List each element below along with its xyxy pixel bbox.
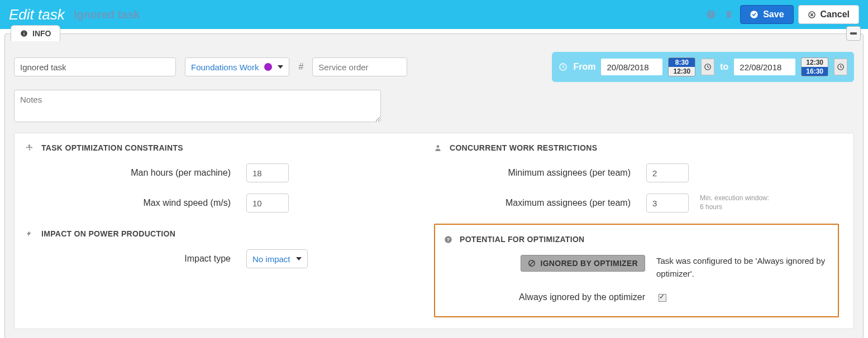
svg-text:?: ? bbox=[447, 236, 450, 242]
info-tab-label: INFO bbox=[32, 29, 51, 38]
info-icon bbox=[20, 30, 28, 37]
save-button-label: Save bbox=[763, 9, 784, 20]
min-assignees-label: Minimum assignees (per team) bbox=[434, 168, 646, 178]
constraints-title: TASK OPTIMIZATION CONSTRAINTS bbox=[41, 143, 183, 152]
ignored-description: Task was configured to be 'Always ignore… bbox=[656, 255, 829, 280]
task-name-input[interactable] bbox=[14, 57, 176, 76]
max-assignees-input[interactable] bbox=[646, 194, 689, 213]
always-ignored-checkbox[interactable] bbox=[659, 294, 666, 302]
to-time-picker[interactable]: 12:30 16:30 bbox=[801, 57, 828, 76]
svg-rect-7 bbox=[850, 32, 857, 35]
ignored-badge: IGNORED BY OPTIMIZER bbox=[521, 255, 645, 272]
collapse-toggle[interactable] bbox=[846, 26, 861, 41]
concurrent-title: CONCURRENT WORK RESTRICTIONS bbox=[450, 143, 597, 152]
header-bar: Edit task Ignored task ? Save Cancel bbox=[0, 0, 868, 29]
cancel-circle-icon bbox=[808, 11, 816, 19]
max-assignees-label: Maximum assignees (per team) bbox=[434, 198, 646, 208]
clock-icon bbox=[559, 62, 567, 71]
from-label: From bbox=[573, 62, 595, 72]
date-range: From 20/08/2018 8:30 12:30 to 22/08/2018… bbox=[552, 52, 854, 82]
impact-type-select[interactable]: No impact bbox=[246, 249, 308, 268]
optimization-header: ? POTENTIAL FOR OPTIMIZATION bbox=[444, 235, 829, 244]
optimization-title: POTENTIAL FOR OPTIMIZATION bbox=[460, 235, 585, 244]
category-color-dot bbox=[264, 63, 272, 71]
man-hours-label: Man hours (per machine) bbox=[26, 168, 246, 178]
concurrent-header: CONCURRENT WORK RESTRICTIONS bbox=[434, 143, 842, 152]
svg-text:?: ? bbox=[709, 11, 713, 18]
ignored-badge-label: IGNORED BY OPTIMIZER bbox=[540, 259, 638, 268]
from-date-input[interactable]: 20/08/2018 bbox=[601, 59, 662, 75]
trash-icon[interactable] bbox=[722, 8, 736, 21]
category-label: Foundations Work bbox=[191, 62, 259, 72]
page-subtitle: Ignored task bbox=[74, 8, 140, 21]
ban-icon bbox=[528, 259, 536, 267]
service-order-input[interactable] bbox=[312, 57, 407, 76]
to-label: to bbox=[720, 62, 728, 72]
to-clock-button[interactable] bbox=[834, 59, 847, 75]
min-assignees-input[interactable] bbox=[646, 163, 689, 182]
chevron-down-icon bbox=[278, 65, 283, 69]
impact-type-label: Impact type bbox=[26, 254, 246, 264]
page-title: Edit task bbox=[9, 6, 65, 23]
impact-header: IMPACT ON POWER PRODUCTION bbox=[26, 229, 434, 238]
help-icon[interactable]: ? bbox=[704, 8, 718, 21]
bolt-icon bbox=[26, 229, 36, 238]
svg-point-11 bbox=[437, 145, 440, 148]
category-select[interactable]: Foundations Work bbox=[185, 57, 289, 76]
svg-rect-5 bbox=[23, 33, 24, 35]
max-wind-label: Max wind speed (m/s) bbox=[26, 198, 246, 208]
max-wind-input[interactable] bbox=[246, 194, 289, 213]
help-circle-icon[interactable]: ? bbox=[444, 235, 454, 244]
info-tab[interactable]: INFO bbox=[11, 25, 60, 41]
optimization-highlight: ? POTENTIAL FOR OPTIMIZATION IGNORED BY … bbox=[434, 224, 839, 317]
man-hours-input[interactable] bbox=[246, 163, 289, 182]
from-clock-button[interactable] bbox=[701, 59, 714, 75]
cancel-button-label: Cancel bbox=[821, 9, 850, 20]
impact-title: IMPACT ON POWER PRODUCTION bbox=[41, 229, 175, 238]
notes-textarea[interactable] bbox=[14, 90, 381, 122]
to-date-input[interactable]: 22/08/2018 bbox=[734, 59, 795, 75]
to-time-bottom: 16:30 bbox=[802, 67, 828, 76]
svg-rect-6 bbox=[23, 32, 24, 32]
always-ignored-label: Always ignored by the optimizer bbox=[519, 292, 645, 302]
svg-line-15 bbox=[530, 262, 534, 265]
hash-symbol: # bbox=[298, 62, 303, 72]
to-time-top: 12:30 bbox=[802, 58, 828, 67]
move-icon bbox=[26, 144, 36, 152]
from-time-bottom: 12:30 bbox=[669, 67, 695, 76]
from-time-picker[interactable]: 8:30 12:30 bbox=[668, 57, 695, 76]
execution-window-hint: Min. execution window: 6 hours bbox=[700, 194, 769, 211]
from-time-top: 8:30 bbox=[669, 58, 695, 67]
save-button[interactable]: Save bbox=[740, 5, 793, 24]
impact-type-value: No impact bbox=[252, 254, 290, 264]
constraints-header: TASK OPTIMIZATION CONSTRAINTS bbox=[26, 143, 434, 152]
chevron-down-icon bbox=[296, 257, 302, 260]
person-icon bbox=[434, 144, 444, 152]
cancel-button[interactable]: Cancel bbox=[798, 5, 859, 24]
check-circle-icon bbox=[750, 10, 759, 19]
main-panel: INFO Foundations Work # From 20/08/2018 … bbox=[4, 33, 864, 338]
